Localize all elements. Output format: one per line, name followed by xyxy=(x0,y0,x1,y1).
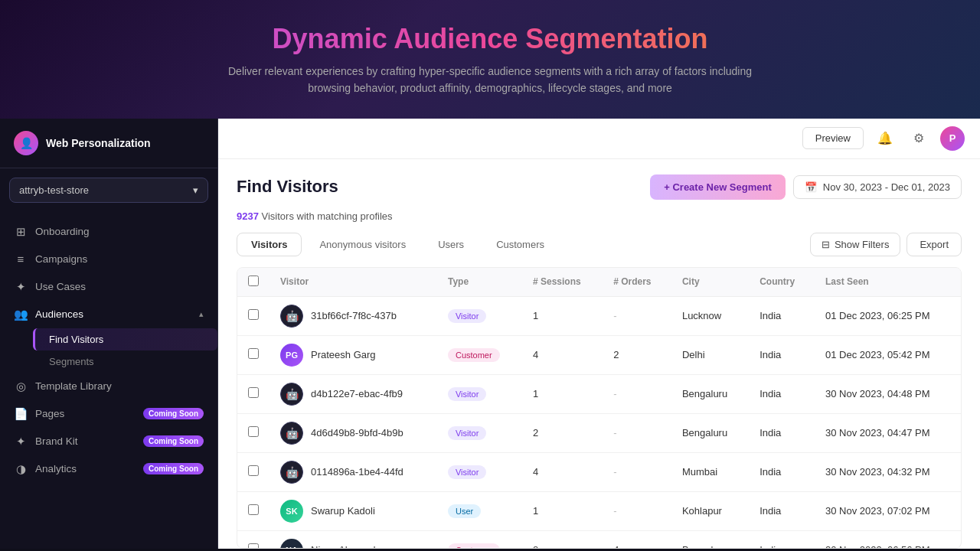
create-segment-button[interactable]: + Create New Segment xyxy=(650,174,786,200)
visitor-avatar: NA xyxy=(280,539,303,549)
find-visitors-header: Find Visitors + Create New Segment 📅 Nov… xyxy=(237,174,962,200)
sidebar-item-audiences[interactable]: 👥 Audiences ▴ xyxy=(0,301,217,328)
country-cell: India xyxy=(749,374,815,413)
visitor-id: Prateesh Garg xyxy=(311,349,376,360)
show-filters-button[interactable]: ⊟ Show Filters xyxy=(810,233,901,256)
sidebar-item-campaigns[interactable]: ≡ Campaigns xyxy=(0,246,217,273)
city-cell: Bengaluru xyxy=(671,413,749,452)
subnav-find-visitors[interactable]: Find Visitors xyxy=(33,328,217,350)
tab-customers[interactable]: Customers xyxy=(482,233,559,256)
country-cell: India xyxy=(749,491,815,530)
tab-anonymous[interactable]: Anonymous visitors xyxy=(305,233,420,256)
row-checkbox[interactable] xyxy=(248,309,259,320)
visitor-avatar: 🤖 xyxy=(280,305,303,328)
orders-cell: - xyxy=(603,452,671,491)
row-checkbox-cell xyxy=(237,491,270,530)
orders-cell: 2 xyxy=(603,335,671,374)
city-cell: Kohlapur xyxy=(671,491,749,530)
users-icon: 👥 xyxy=(14,308,28,321)
row-checkbox[interactable] xyxy=(248,543,259,549)
sidebar-nav: ⊞ Onboarding ≡ Campaigns ✦ Use Cases 👥 A… xyxy=(0,212,217,549)
coming-soon-badge: Coming Soon xyxy=(143,435,204,447)
row-checkbox[interactable] xyxy=(248,348,259,359)
hero-title: Dynamic Audience Segmentation xyxy=(15,23,965,55)
sidebar-item-label: Analytics xyxy=(35,463,77,474)
sidebar-item-onboarding[interactable]: ⊞ Onboarding xyxy=(0,218,217,246)
visitor-avatar: PG xyxy=(280,344,303,367)
country-cell: India xyxy=(749,452,815,491)
row-checkbox[interactable] xyxy=(248,504,259,515)
last-seen-cell: 30 Nov 2023, 04:48 PM xyxy=(815,374,961,413)
settings-icon[interactable]: ⚙ xyxy=(906,126,931,151)
table-row: SK Swarup Kadoli User 1 - Kohlapur India… xyxy=(237,491,961,530)
table-row: PG Prateesh Garg Customer 4 2 Delhi Indi… xyxy=(237,335,961,374)
main-content: Preview 🔔 ⚙ P Find Visitors + Create New… xyxy=(218,119,980,549)
sidebar-item-label: Pages xyxy=(35,408,64,419)
visitor-cell: 🤖 4d6d49b8-9bfd-4b9b xyxy=(270,413,437,452)
type-cell: Customer xyxy=(437,530,522,549)
date-range-picker[interactable]: 📅 Nov 30, 2023 - Dec 01, 2023 xyxy=(793,175,962,199)
col-last-seen: Last Seen xyxy=(815,268,961,297)
type-cell: Visitor xyxy=(437,413,522,452)
col-sessions: # Sessions xyxy=(522,268,603,297)
select-all-checkbox[interactable] xyxy=(248,276,259,286)
last-seen-cell: 30 Nov 2023, 04:47 PM xyxy=(815,413,961,452)
row-checkbox[interactable] xyxy=(248,426,259,437)
notifications-icon[interactable]: 🔔 xyxy=(873,126,897,151)
visitor-cell: SK Swarup Kadoli xyxy=(270,491,437,530)
last-seen-cell: 01 Dec 2023, 06:25 PM xyxy=(815,296,961,335)
sidebar-item-analytics[interactable]: ◑ Analytics Coming Soon xyxy=(0,455,217,483)
sidebar-item-template-library[interactable]: ◎ Template Library xyxy=(0,373,217,400)
visitor-cell: 🤖 0114896a-1be4-44fd xyxy=(270,452,437,491)
city-cell: Delhi xyxy=(671,335,749,374)
row-checkbox-cell xyxy=(237,530,270,549)
row-checkbox[interactable] xyxy=(248,465,259,476)
sidebar-item-label: Campaigns xyxy=(35,253,87,265)
sidebar-item-pages[interactable]: 📄 Pages Coming Soon xyxy=(0,400,217,428)
brand-icon: ✦ xyxy=(14,435,28,448)
type-badge: Visitor xyxy=(448,426,486,440)
type-cell: Visitor xyxy=(437,374,522,413)
orders-cell: 4 xyxy=(603,530,671,549)
row-checkbox-cell xyxy=(237,374,270,413)
coming-soon-badge: Coming Soon xyxy=(143,463,204,474)
last-seen-cell: 30 Nov 2023, 06:56 PM xyxy=(815,530,961,549)
sessions-cell: 1 xyxy=(522,491,603,530)
avatar[interactable]: P xyxy=(940,126,965,151)
tab-users[interactable]: Users xyxy=(423,233,479,256)
calendar-icon: 📅 xyxy=(805,181,817,193)
sidebar-item-label: Audiences xyxy=(35,308,83,320)
pages-icon: 📄 xyxy=(14,407,28,421)
sidebar-item-label: Onboarding xyxy=(35,226,90,237)
visitors-table: Visitor Type # Sessions # Orders City Co… xyxy=(237,268,961,549)
col-orders: # Orders xyxy=(603,268,671,297)
table-header-row: Visitor Type # Sessions # Orders City Co… xyxy=(237,268,961,297)
tab-visitors[interactable]: Visitors xyxy=(237,233,302,256)
hero-section: Dynamic Audience Segmentation Deliver re… xyxy=(0,0,980,119)
visitor-cell: 🤖 31bf66cf-7f8c-437b xyxy=(270,296,437,335)
sessions-cell: 4 xyxy=(522,335,603,374)
sidebar: 👤 Web Personalization attryb-test-store … xyxy=(0,119,218,549)
sidebar-item-use-cases[interactable]: ✦ Use Cases xyxy=(0,273,217,301)
last-seen-cell: 30 Nov 2023, 04:32 PM xyxy=(815,452,961,491)
visitor-cell: 🤖 d4b122e7-ebac-4fb9 xyxy=(270,374,437,413)
lightbulb-icon: ✦ xyxy=(14,280,28,294)
tabs-bar: Visitors Anonymous visitors Users Custom… xyxy=(237,233,962,256)
sidebar-item-brand-kit[interactable]: ✦ Brand Kit Coming Soon xyxy=(0,428,217,455)
row-checkbox[interactable] xyxy=(248,387,259,398)
country-cell: India xyxy=(749,296,815,335)
hero-subtitle: Deliver relevant experiences by crafting… xyxy=(222,63,758,97)
orders-cell: - xyxy=(603,374,671,413)
subnav-segments[interactable]: Segments xyxy=(35,350,217,373)
audiences-subnav: Find Visitors Segments xyxy=(0,328,217,373)
visitor-avatar: SK xyxy=(280,500,303,523)
export-button[interactable]: Export xyxy=(906,233,962,256)
table-row: 🤖 31bf66cf-7f8c-437b Visitor 1 - Lucknow… xyxy=(237,296,961,335)
store-selector[interactable]: attryb-test-store ▾ xyxy=(9,178,208,203)
col-type: Type xyxy=(437,268,522,297)
last-seen-cell: 01 Dec 2023, 05:42 PM xyxy=(815,335,961,374)
preview-button[interactable]: Preview xyxy=(802,127,864,149)
country-cell: India xyxy=(749,413,815,452)
col-checkbox xyxy=(237,268,270,297)
city-cell: Mumbai xyxy=(671,452,749,491)
